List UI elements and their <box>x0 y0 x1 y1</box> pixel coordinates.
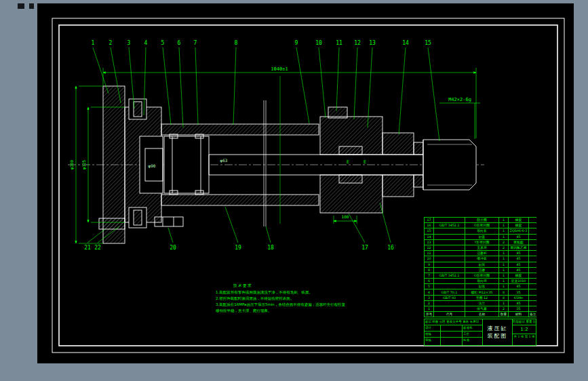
balloon-label: 5 <box>161 40 165 46</box>
technical-note-line: 2.密封件装配时涂润滑油，不得划伤密封表面。 <box>216 296 346 302</box>
bom-cell: 1 <box>425 306 434 312</box>
bom-cell: 10 <box>425 256 434 262</box>
bom-row: 16GB/T 3452.1O形密封圈1橡胶 <box>425 223 537 228</box>
bom-cell <box>434 218 465 223</box>
bom-cell: 5 <box>425 284 434 289</box>
audit-label: 审核 <box>425 338 441 345</box>
bom-cell <box>529 234 537 239</box>
bom-cell: 1 <box>499 251 509 256</box>
bom-cell <box>434 251 465 256</box>
bore-dimension-label: φ90 <box>149 163 156 169</box>
bom-cell: 15 <box>425 228 434 234</box>
bom-cell <box>529 245 537 250</box>
bom-cell: 3 <box>425 295 434 300</box>
bom-cell: 2 <box>499 239 509 245</box>
bom-header-cell: 备注 <box>529 312 537 317</box>
bom-header-cell: 代号 <box>434 312 465 317</box>
bom-cell: 7 <box>425 273 434 278</box>
bom-row: 8活塞145 <box>425 267 537 273</box>
bom-header-row: 序号代号名称数量材料备注 <box>425 312 537 317</box>
bom-cell: 45 <box>509 256 529 262</box>
head-od-label: φ125 <box>81 159 87 169</box>
bom-cell: 缓冲套 <box>465 256 499 262</box>
drawing-title: 液压缸 装配图 <box>483 319 513 345</box>
bom-cell: GB/T 70.1 <box>434 289 465 295</box>
bom-cell: ZQSn6-6-3 <box>509 228 529 234</box>
titlebar-icon[interactable] <box>18 3 24 9</box>
port-fitting <box>328 107 347 118</box>
technical-note-line: 3.装配后在16MPa油压下保压5min，各结合面不得有渗漏；活塞杆全行程往复移… <box>216 302 346 314</box>
balloon-label: 22 <box>94 245 101 251</box>
bom-cell <box>434 228 465 234</box>
vent-mark: E <box>364 159 366 165</box>
bom-row: 4GB/T 70.1螺钉 M12×35835 <box>425 289 537 295</box>
bom-cell <box>434 284 465 289</box>
technical-notes-title: 技术要求 <box>233 283 346 289</box>
bom-cell <box>434 300 465 306</box>
revision-header: 标记 处数 分区 更改文件号 签名 年月日 <box>425 319 482 325</box>
bom-cell: 1 <box>499 234 509 239</box>
title-block-scale-area: 阶段标记 重量 比例 1:2 共 1 张 第 1 张 <box>513 319 536 345</box>
bom-cell <box>434 245 465 250</box>
balloon-labels-top: 1 2 3 4 5 6 7 8 9 10 11 12 13 14 15 <box>92 40 431 46</box>
bom-cell: 支承环 <box>465 245 499 250</box>
bom-cell: 16 <box>425 223 434 228</box>
bom-row: 6导向环1尼龙1010 <box>425 279 537 284</box>
bom-cell: 聚四氟乙烯 <box>509 245 529 250</box>
bom-row: 1排气塞235 <box>425 306 537 312</box>
bom-header-cell: 序号 <box>425 312 434 317</box>
sheet-count: 共 1 张 第 1 张 <box>513 334 536 345</box>
piston <box>164 134 209 195</box>
bom-cell: GB/T 93 <box>434 295 465 300</box>
bom-cell: 35 <box>509 289 529 295</box>
bom-cell: 导向套 <box>465 228 499 234</box>
parts-list: 17防尘圈1橡胶16GB/T 3452.1O形密封圈1橡胶15导向套1ZQSn6… <box>424 217 536 319</box>
audit-value <box>441 338 463 345</box>
bom-cell <box>529 273 537 278</box>
titlebar-icon[interactable] <box>29 3 34 9</box>
technical-notes: 技术要求 1.装配前所有零件须用煤油清洗干净，不得有毛刺、铁屑。 2.密封件装配… <box>216 283 346 314</box>
bom-cell <box>529 228 537 234</box>
bom-row: 9缸筒145 <box>425 262 537 267</box>
bom-cell <box>529 300 537 306</box>
bom-cell <box>529 218 537 223</box>
bom-cell <box>434 262 465 267</box>
bom-row: 5缸底145 <box>425 284 537 289</box>
flange-od-label: φ200 <box>69 159 75 169</box>
bom-cell: 11 <box>425 251 434 256</box>
balloon-label: 17 <box>361 245 368 251</box>
scale-value: 1:2 <box>513 325 536 334</box>
bom-cell: 4 <box>425 289 434 295</box>
bom-cell: 13 <box>425 239 434 245</box>
bom-cell <box>434 234 465 239</box>
balloon-label: 15 <box>425 40 431 46</box>
balloon-label: 1 <box>92 40 95 46</box>
bom-cell: 2 <box>425 300 434 306</box>
bom-cell: 2 <box>499 306 509 312</box>
vent-mark: E <box>347 159 349 165</box>
bom-cell: 45 <box>509 267 529 273</box>
bom-cell: 1 <box>499 267 509 273</box>
bom-cell: 1 <box>499 218 509 223</box>
bom-body: 17防尘圈1橡胶16GB/T 3452.1O形密封圈1橡胶15导向套1ZQSn6… <box>425 218 537 312</box>
section-break-line <box>264 100 266 226</box>
bom-cell: 垫圈 12 <box>465 295 499 300</box>
bom-cell <box>434 256 465 262</box>
bom-cell: 1 <box>499 284 509 289</box>
bom-cell <box>529 262 537 267</box>
rod-dimension-label: φ63 <box>220 158 228 163</box>
balloon-label: 6 <box>178 40 181 46</box>
cad-viewer-window: 1 2 3 4 5 6 7 8 9 10 11 12 13 14 15 21 2… <box>0 0 588 381</box>
bom-cell <box>529 256 537 262</box>
balloon-label: 9 <box>295 40 298 46</box>
bom-cell <box>434 239 465 245</box>
balloon-labels-bottom: 21 22 20 19 18 17 16 <box>84 245 394 251</box>
bom-cell: 65Mn <box>509 295 529 300</box>
bom-cell: 聚氨酯 <box>509 239 529 245</box>
bom-cell: 17 <box>425 218 434 223</box>
bom-cell: 活塞 <box>465 267 499 273</box>
bom-row: 3GB/T 93垫圈 12865Mn <box>425 295 537 300</box>
bom-row: 7GB/T 3452.1O形密封圈1橡胶 <box>425 273 537 278</box>
bom-cell: 1 <box>499 223 509 228</box>
cylinder-head <box>125 107 163 222</box>
